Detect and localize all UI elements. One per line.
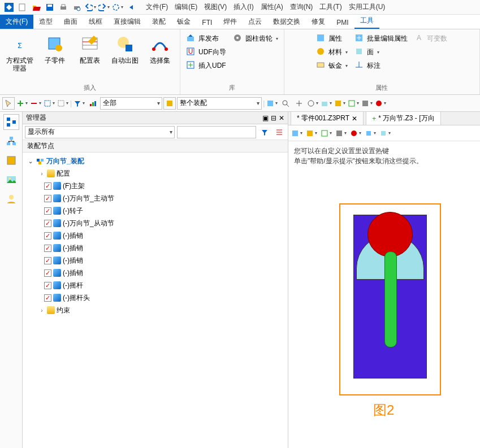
save-icon[interactable] [44, 2, 55, 13]
print-icon[interactable] [58, 2, 69, 13]
view-icon[interactable] [266, 97, 278, 110]
print-preview-icon[interactable] [71, 2, 83, 13]
picture-icon[interactable] [3, 172, 19, 188]
vp-shade-icon[interactable] [305, 127, 318, 140]
menu-file[interactable]: 文件(F) [142, 2, 171, 12]
pan-icon[interactable] [293, 97, 305, 110]
menu-insert[interactable]: 插入(I) [230, 2, 257, 12]
auto-drawing-button[interactable]: 自动出图 [109, 32, 141, 64]
tab-surface[interactable]: 曲面 [58, 15, 83, 29]
vp-cube-icon[interactable] [364, 127, 377, 140]
redo-icon[interactable] [98, 2, 110, 13]
annotation-button[interactable]: 标注 [352, 59, 410, 72]
vp-wire-icon[interactable] [320, 127, 332, 140]
attr-button[interactable]: 属性 [314, 32, 350, 45]
checkbox-icon[interactable]: ✓ [44, 269, 51, 277]
user-icon[interactable] [3, 191, 19, 207]
close-icon[interactable]: ✕ [352, 115, 357, 123]
filter-icon[interactable] [73, 97, 85, 110]
orbit-icon[interactable] [306, 97, 319, 110]
shade-icon[interactable] [334, 97, 346, 110]
remove-icon[interactable] [29, 97, 42, 110]
display-icon[interactable] [320, 97, 332, 110]
doc-tab-1[interactable]: * 零件001.Z3PRT✕ [291, 111, 364, 125]
vp-view-icon[interactable] [291, 127, 303, 140]
cube-icon[interactable] [163, 97, 176, 110]
equation-manager-button[interactable]: Σ方程式管理器 [3, 32, 36, 72]
tab-repair[interactable]: 修复 [306, 15, 331, 29]
open-icon[interactable] [31, 2, 42, 13]
select-lasso-icon[interactable] [57, 97, 69, 110]
tab-pointcloud[interactable]: 点云 [243, 15, 267, 29]
tree-constraint[interactable]: ›约束 [23, 304, 288, 316]
hierarchy-icon[interactable] [3, 133, 19, 149]
select-box-icon[interactable] [43, 97, 55, 110]
canvas[interactable]: 您可以在自定义设置里设置热键 单击"帮助/显示提示"按钮来取消这些提示。 图2 [288, 141, 480, 448]
checkbox-icon[interactable]: ✓ [44, 282, 51, 289]
menu-tools[interactable]: 工具(T) [316, 2, 345, 12]
checkbox-icon[interactable]: ✓ [44, 232, 51, 240]
tab-exchange[interactable]: 数据交换 [267, 15, 306, 29]
tab-shape[interactable]: 造型 [33, 15, 58, 29]
menu-view[interactable]: 视图(V) [201, 2, 230, 12]
funnel-icon[interactable] [258, 126, 271, 138]
undo-icon[interactable] [85, 2, 96, 13]
checkbox-icon[interactable]: ✓ [44, 182, 51, 190]
list-icon[interactable] [273, 126, 286, 138]
filter-combo[interactable]: 全部 [100, 97, 162, 110]
tab-file[interactable]: 文件(F) [0, 15, 33, 29]
wire-icon[interactable] [347, 97, 360, 110]
tab-tools[interactable]: 工具 [354, 14, 379, 29]
checkbox-icon[interactable]: ✓ [44, 245, 51, 252]
tree-item[interactable]: ✓(-)摇杆 [23, 279, 288, 292]
prev-icon[interactable] [126, 2, 137, 13]
checkbox-icon[interactable]: ✓ [44, 220, 51, 227]
tree-root[interactable]: ⌄万向节_装配 [23, 155, 288, 167]
tab-sheet[interactable]: 钣金 [171, 15, 196, 29]
tab-weld[interactable]: 焊件 [218, 15, 243, 29]
tab-pmi[interactable]: PMI [331, 16, 354, 29]
sheetmetal-button[interactable]: 钣金 [314, 59, 350, 72]
checkbox-icon[interactable]: ✓ [44, 294, 51, 302]
display-filter-combo[interactable]: 显示所有 [25, 126, 175, 138]
batch-attr-button[interactable]: 批量编辑属性 [352, 32, 410, 45]
insert-udf-button[interactable]: 插入UDF [184, 59, 228, 72]
zoom-icon[interactable] [279, 97, 292, 110]
checkbox-icon[interactable]: ✓ [44, 257, 51, 264]
new-icon[interactable] [17, 2, 28, 13]
tab-assembly[interactable]: 装配 [146, 15, 171, 29]
menu-edit[interactable]: 编辑(E) [171, 2, 201, 12]
section-icon[interactable] [361, 97, 373, 110]
close-icon[interactable]: ✕ [279, 114, 284, 122]
checkbox-icon[interactable]: ✓ [44, 195, 51, 202]
vp-section-icon[interactable] [335, 127, 347, 140]
vp-more-icon[interactable] [379, 127, 391, 140]
add-icon[interactable] [16, 97, 28, 110]
tab-wire[interactable]: 线框 [83, 15, 108, 29]
tab-direct[interactable]: 直接编辑 [108, 15, 146, 29]
tree-item[interactable]: ✓(-)万向节_从动节 [23, 217, 288, 229]
rotate-icon[interactable] [112, 2, 123, 13]
tree-item[interactable]: ✓(-)插销 [23, 242, 288, 254]
cursor-icon[interactable] [2, 97, 15, 110]
chart-icon[interactable] [87, 97, 99, 110]
menu-attr[interactable]: 属性(A) [257, 2, 287, 12]
search-input[interactable] [177, 126, 256, 138]
tab-fti[interactable]: FTI [196, 16, 218, 29]
more-icon[interactable] [374, 97, 387, 110]
scope-combo[interactable]: 整个装配 [177, 97, 262, 110]
tree-item[interactable]: ✓(-)摇杆头 [23, 292, 288, 304]
tree-item[interactable]: ✓(-)转子 [23, 205, 288, 217]
config-table-button[interactable]: 配置表 [73, 32, 106, 64]
material-button[interactable]: 材料 [314, 45, 350, 59]
subpart-button[interactable]: 子零件 [38, 32, 71, 64]
menu-utils[interactable]: 实用工具(U) [345, 2, 389, 12]
gear-button[interactable]: 圆柱齿轮 [231, 32, 280, 45]
selection-set-button[interactable]: 选择集 [144, 32, 176, 64]
checkbox-icon[interactable]: ✓ [44, 207, 51, 215]
plus-icon[interactable]: + [372, 115, 376, 123]
tree-view-icon[interactable] [3, 114, 19, 130]
face-button[interactable]: 面 [352, 45, 410, 59]
tree-item[interactable]: ✓(-)插销 [23, 254, 288, 267]
tree-config[interactable]: ›配置 [23, 167, 288, 180]
